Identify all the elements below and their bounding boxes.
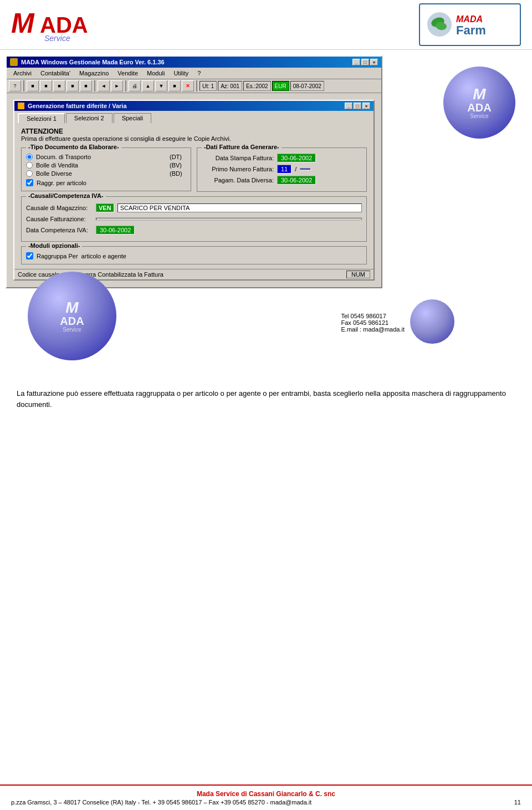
dialog-wrapper: Generazione fatture diferite / Varia _ □…: [7, 93, 381, 287]
toolbar-btn-4[interactable]: ■: [66, 80, 79, 91]
radio-bd-label: Bolle Diverse: [36, 170, 166, 177]
radio-dt-label: Docum. di Trasporto: [36, 154, 166, 160]
sphere-top-right-service: Service: [467, 113, 491, 119]
data-stampa-value[interactable]: 30-06-2002: [277, 154, 316, 162]
toolbar-btn-5[interactable]: ■: [80, 80, 92, 91]
pagam-data-label: Pagam. Data Diversa:: [202, 177, 274, 184]
dialog-titlebar-left: Generazione fatture diferite / Varia: [18, 103, 127, 109]
toolbar-btn-3[interactable]: ■: [53, 80, 65, 91]
toolbar-btn-1[interactable]: ■: [27, 80, 39, 91]
raggr-per-articolo-label: Raggr. per articolo: [37, 180, 86, 186]
attention-text: Prima di effettuare questa operazione si…: [21, 135, 367, 142]
toolbar: ? ■ ■ ■ ■ ■ ◄ ► 🖨 ▲ ▼ ■ ✕ Ut: 1 Az: 001 …: [7, 79, 381, 93]
dialog-minimize-btn[interactable]: _: [345, 103, 352, 109]
toolbar-eur: EUR: [272, 81, 289, 91]
tab-selezioni1[interactable]: Selezioni 1: [18, 113, 65, 123]
causale-mag-row: Causale di Magazzino: VEN SCARICO PER VE…: [26, 203, 362, 212]
footer: Mada Service di Cassani Giancarlo & C. s…: [0, 784, 532, 810]
sphere-top-right-ada: ADA: [467, 102, 491, 113]
causale-mag-desc[interactable]: SCARICO PER VENDITA: [117, 203, 362, 212]
raggr-per-articolo-row: Raggr. per articolo: [26, 179, 186, 186]
pagam-data-value[interactable]: 30-06-2002: [277, 176, 316, 185]
app-area: M ADA Service MADA Windows Gestionale Ma…: [6, 55, 526, 377]
toolbar-forward-btn[interactable]: ►: [111, 80, 123, 91]
app-titlebar-left: MADA Windows Gestionale Mada Euro Ver. 6…: [10, 58, 165, 66]
titlebar-buttons[interactable]: _ □ ×: [352, 59, 378, 65]
radio-bv[interactable]: [26, 162, 33, 169]
primo-numero-value2[interactable]: [300, 168, 311, 170]
raggruppa-per-label: Raggruppa Per: [37, 253, 78, 259]
toolbar-x-btn[interactable]: ✕: [182, 80, 194, 91]
dialog-close-btn[interactable]: ×: [362, 103, 370, 109]
minimize-button[interactable]: _: [352, 59, 360, 65]
svg-text:Service: Service: [44, 34, 70, 42]
sphere-bottom-left-service: Service: [60, 327, 84, 333]
toolbar-sep-4: [196, 80, 197, 91]
col-left: -Tipo Documento da Elaborare- Docum. di …: [21, 147, 191, 196]
data-comp-value[interactable]: 30-06-2002: [96, 226, 135, 235]
logo-right: MADA Farm: [419, 3, 521, 46]
menu-utility[interactable]: Utility: [169, 69, 193, 78]
dialog-title: Generazione fatture diferite / Varia: [28, 103, 127, 109]
contact-tel: Tel 0545 986017: [341, 313, 405, 319]
menu-archivi[interactable]: Archivi: [9, 69, 36, 78]
moduli-title: -Moduli opzionali-: [26, 242, 82, 249]
contact-email: E.mail : mada@mada.it: [341, 326, 405, 333]
raggr-per-articolo-checkbox[interactable]: [26, 179, 33, 186]
primo-numero-value[interactable]: 11: [277, 165, 291, 174]
toolbar-btn-2[interactable]: ■: [40, 80, 52, 91]
menu-contabilita[interactable]: Contabilita': [36, 69, 75, 78]
moduli-section: -Moduli opzionali- Raggruppa Per articol…: [21, 246, 367, 264]
radio-dt-code: (DT): [170, 154, 186, 160]
menu-help[interactable]: ?: [193, 69, 205, 78]
dialog-titlebar-buttons[interactable]: _ □ ×: [345, 103, 370, 109]
causali-title: -Causali/Competenza IVA-: [26, 192, 106, 199]
toolbar-sep-3: [125, 80, 126, 91]
close-button[interactable]: ×: [370, 59, 378, 65]
attention-title: ATTENZIONE: [21, 128, 367, 135]
dati-fatture-group: -Dati Fatture da Generare- Data Stampa F…: [197, 147, 367, 192]
dati-fatture-title: -Dati Fatture da Generare-: [202, 144, 282, 150]
app-icon: [10, 58, 18, 66]
svg-text:M: M: [11, 8, 35, 39]
toolbar-print-btn[interactable]: 🖨: [129, 80, 141, 91]
toolbar-down-btn[interactable]: ▼: [155, 80, 167, 91]
causali-section: -Causali/Competenza IVA- Causale di Maga…: [21, 196, 367, 242]
raggruppa-per-checkbox[interactable]: [26, 252, 33, 259]
toolbar-up-btn[interactable]: ▲: [142, 80, 154, 91]
toolbar-btn-6[interactable]: ■: [168, 80, 181, 91]
dialog-icon: [18, 103, 24, 109]
toolbar-date: 08-07-2002: [290, 81, 324, 91]
sphere-top-right: M ADA Service: [443, 67, 515, 139]
raggruppa-per-value: articolo e agente: [81, 253, 126, 259]
farm-logo: MADA Farm: [426, 7, 514, 43]
menu-vendite[interactable]: Vendite: [113, 69, 142, 78]
causale-mag-label: Causale di Magazzino:: [26, 205, 93, 211]
col-right: -Dati Fatture da Generare- Data Stampa F…: [197, 147, 367, 196]
mada-logo: M ADA Service: [11, 6, 111, 42]
tab-speciali[interactable]: Speciali: [114, 113, 152, 123]
footer-main: Mada Service di Cassani Giancarlo & C. s…: [11, 790, 521, 798]
menu-magazzino[interactable]: Magazzino: [75, 69, 113, 78]
data-comp-label: Data Competenza IVA:: [26, 227, 93, 233]
description-paragraph: La fatturazione può essere effettuata ra…: [17, 388, 515, 410]
toolbar-ut: Ut: 1: [200, 81, 217, 91]
causale-fatt-input[interactable]: [96, 218, 362, 220]
footer-sub: p.zza Gramsci, 3 – 48017 Conselice (RA) …: [11, 799, 521, 806]
toolbar-help-btn[interactable]: ?: [9, 80, 21, 91]
dialog-maximize-btn[interactable]: □: [354, 103, 361, 109]
tab-selezioni2[interactable]: Selezioni 2: [66, 113, 112, 123]
primo-numero-row: Primo Numero Fattura: 11 /: [202, 165, 362, 174]
two-col: -Tipo Documento da Elaborare- Docum. di …: [21, 147, 367, 196]
toolbar-az: Az: 001: [218, 81, 242, 91]
causale-mag-code[interactable]: VEN: [96, 203, 114, 212]
radio-dt[interactable]: [26, 154, 33, 160]
sphere-bottom-left-ada: ADA: [60, 315, 84, 327]
status-num: NUM: [346, 271, 370, 278]
sphere-bottom-left-m: M: [60, 300, 84, 315]
toolbar-back-btn[interactable]: ◄: [98, 80, 110, 91]
menu-moduli[interactable]: Moduli: [142, 69, 169, 78]
radio-bd[interactable]: [26, 170, 33, 177]
app-window: MADA Windows Gestionale Mada Euro Ver. 6…: [6, 55, 382, 288]
maximize-button[interactable]: □: [361, 59, 369, 65]
